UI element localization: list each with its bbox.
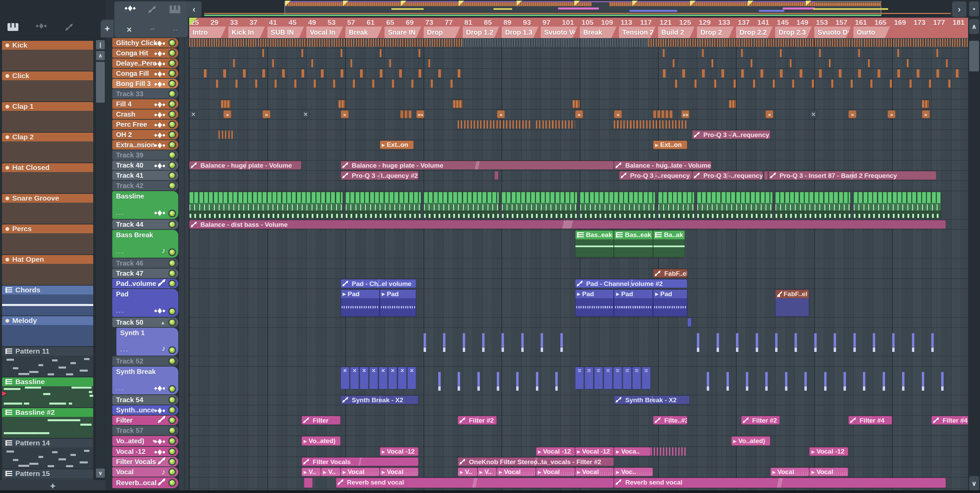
chop-cell[interactable]: × — [369, 367, 378, 389]
audio-tick-clip[interactable] — [741, 69, 744, 78]
track-header-oh-2[interactable]: OH 2 — [112, 130, 178, 139]
bassline-clip-run[interactable] — [853, 192, 941, 218]
clip-run[interactable] — [648, 39, 968, 47]
audio-tick-clip[interactable] — [311, 59, 313, 67]
bassline-clip-run[interactable] — [345, 192, 421, 218]
audio-clip[interactable]: ▶Voc.. — [614, 468, 653, 476]
track-row-synth-break[interactable]: ××××××××≡≡≡≡≡≡≡≡ — [189, 366, 968, 395]
icon-clip[interactable]: » — [497, 110, 505, 118]
synth-note-clip[interactable] — [756, 328, 758, 355]
icon-clip[interactable]: » — [888, 110, 896, 118]
audio-tick-clip[interactable] — [937, 69, 939, 78]
synth-note-clip[interactable] — [853, 328, 856, 355]
synth-note-clip[interactable] — [863, 367, 865, 394]
track-row-delaye-perc[interactable] — [189, 59, 968, 69]
audio-tick-clip[interactable] — [812, 79, 814, 88]
track-header-track-42[interactable]: Track 42 — [112, 181, 178, 190]
pattern-item-kick[interactable]: Kick — [2, 41, 93, 71]
audio-tick-clip[interactable] — [673, 59, 675, 67]
waveform-icon[interactable] — [124, 5, 136, 11]
track-enable-led[interactable] — [169, 427, 176, 434]
chop-cell[interactable]: ≡ — [575, 367, 584, 389]
audio-tick-clip[interactable] — [870, 79, 872, 88]
bassline-clip-run[interactable] — [697, 192, 772, 218]
clip-run[interactable] — [463, 39, 648, 47]
timeline-marker-sub-in[interactable]: SUB IN — [267, 27, 304, 38]
automation-clip[interactable]: Balance - huge plate - Volume — [340, 161, 614, 170]
icon-clip[interactable]: »» — [416, 110, 424, 118]
timeline-marker-tension-2[interactable]: Tension 2 — [619, 27, 656, 38]
bassline-clip-run[interactable] — [580, 192, 655, 218]
slim-clip[interactable] — [400, 110, 404, 118]
track-row-track-50[interactable] — [189, 317, 968, 328]
automation-clip[interactable]: Filte..#3 — [653, 416, 687, 425]
timeline-marker-snare-in[interactable]: Snare IN — [385, 27, 421, 38]
synth-note-clip[interactable] — [814, 328, 817, 355]
audio-tick-clip[interactable] — [751, 59, 752, 67]
synth-note-clip[interactable] — [892, 328, 894, 355]
pattern-preview[interactable] — [2, 80, 93, 101]
bassline-clip-run[interactable] — [775, 192, 851, 218]
track-header-track-47[interactable]: Track 47 — [112, 269, 178, 278]
track-header-synth-unce[interactable]: Synth..unce — [112, 405, 178, 415]
audio-clip[interactable]: ▶V.. — [301, 468, 321, 476]
track-row-track-44[interactable]: Balance - dist bass - Volume — [189, 220, 968, 230]
audio-tick-clip[interactable] — [946, 59, 948, 67]
audio-clip[interactable]: ▶Vocal -12 — [575, 447, 614, 456]
pattern-item-hat-closed[interactable]: Hat Closed — [2, 163, 93, 193]
scroll-left-button[interactable]: ‹ — [186, 2, 202, 17]
track-header-bong-fill-3[interactable]: Bong Fill 3 — [112, 79, 178, 89]
pattern-title-bar[interactable]: Kick — [2, 41, 93, 50]
audio-tick-clip[interactable] — [204, 69, 207, 78]
audio-clip[interactable]: ▶Vocal — [536, 468, 575, 476]
track-row-track-33[interactable] — [189, 89, 968, 99]
pattern-item-clap-1[interactable]: Clap 1 — [2, 102, 93, 132]
bassline-clip-run[interactable] — [424, 192, 499, 218]
chopped-clip-run[interactable]: ≡≡≡≡≡≡≡≡ — [575, 367, 651, 389]
track-row-oh-2[interactable]: Pro-Q 3 - A..requency — [189, 130, 968, 140]
track-row-vocal-12[interactable]: ▶Vocal -12▶Vocal -12▶Vocal -12▶Voca..▶Vo… — [189, 447, 968, 457]
track-enable-led[interactable] — [169, 385, 176, 393]
track-enable-led[interactable] — [169, 308, 176, 315]
chop-cell[interactable]: ≡ — [642, 367, 651, 389]
audio-tick-clip[interactable] — [282, 69, 285, 78]
audio-tick-clip[interactable] — [438, 69, 441, 78]
clip-run[interactable] — [189, 39, 463, 47]
automation-clip[interactable]: Filter #2 — [458, 416, 497, 425]
synth-note-clip[interactable] — [883, 367, 885, 394]
synth-note-clip[interactable] — [477, 367, 480, 394]
synth-note-clip[interactable] — [765, 367, 768, 394]
chop-cell[interactable]: × — [398, 367, 407, 389]
synth-note-clip[interactable] — [697, 328, 699, 355]
pad-audio-clip[interactable]: ▶Pad — [575, 289, 614, 317]
audio-tick-clip[interactable] — [275, 79, 277, 88]
pattern-title-bar[interactable]: Percs — [2, 224, 93, 233]
timeline-marker-drop-2.2[interactable]: Drop 2.2 — [736, 27, 773, 38]
audio-tick-clip[interactable] — [380, 49, 382, 57]
scroll-right-button[interactable]: › — [952, 2, 966, 17]
add-pattern-button[interactable]: + — [0, 480, 105, 491]
track-row-track-40[interactable]: Balance - huge plate - VolumeBalance - h… — [189, 160, 968, 171]
audio-tick-clip[interactable] — [682, 69, 685, 78]
timeline-marker-drop-1.3[interactable]: Drop 1.3 — [501, 27, 538, 38]
automation-clip[interactable]: Synth Break - X2 — [340, 395, 419, 404]
track-header-fill-4[interactable]: Fill 4 — [112, 99, 178, 109]
synth-note-clip[interactable] — [873, 328, 875, 355]
audio-tick-clip[interactable] — [243, 69, 246, 78]
automation-clip[interactable]: Synth Break - X2 — [614, 395, 689, 404]
track-row-perc-free[interactable] — [189, 120, 968, 130]
automation-clip[interactable]: FabF..el — [653, 269, 687, 278]
piano-icon[interactable] — [169, 5, 180, 13]
track-enable-led[interactable] — [169, 249, 176, 256]
audio-tick-clip[interactable] — [428, 59, 430, 67]
track-row-bong-fill-3[interactable] — [189, 79, 968, 89]
track-enable-led[interactable] — [169, 49, 176, 57]
track-enable-led[interactable] — [169, 141, 176, 149]
pattern-clip[interactable]: Bas..eak — [614, 230, 653, 257]
chop-cell[interactable]: × — [407, 367, 416, 389]
pattern-title-bar[interactable]: Hat Open — [2, 255, 93, 264]
arrangement-minimap[interactable] — [204, 1, 951, 17]
automation-clip[interactable]: Filter #4 — [931, 416, 968, 425]
synth-note-clip[interactable] — [707, 367, 709, 394]
icon-clip[interactable]: » — [262, 110, 270, 118]
